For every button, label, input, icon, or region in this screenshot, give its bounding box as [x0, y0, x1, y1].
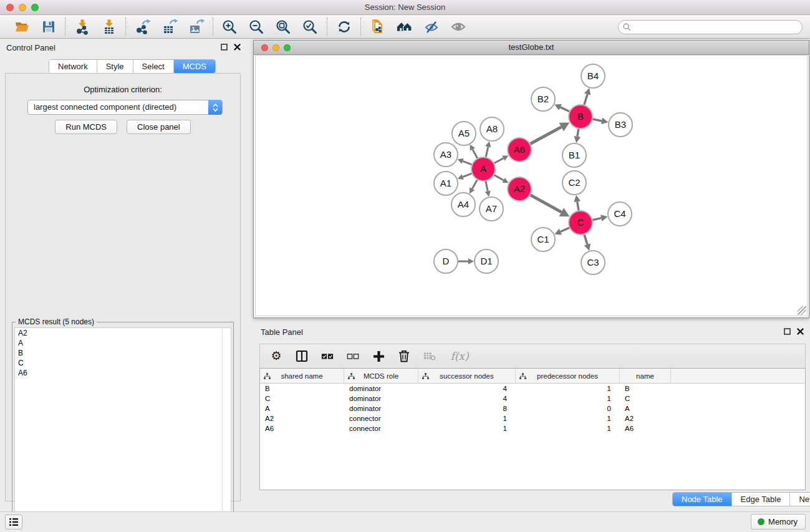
column-header-successor-nodes[interactable]: successor nodes: [418, 369, 516, 383]
table-row[interactable]: Adominator80A: [260, 404, 805, 414]
mcds-result-item[interactable]: A: [15, 338, 231, 348]
import-network-icon[interactable]: [74, 19, 90, 36]
table-cell: 1: [516, 384, 620, 394]
graph-node-A8[interactable]: A8: [480, 117, 504, 141]
graph-node-C3[interactable]: C3: [581, 251, 605, 274]
graph-node-A1[interactable]: A1: [434, 172, 458, 195]
show-column-icon[interactable]: [296, 349, 308, 363]
export-network-icon[interactable]: [134, 19, 151, 36]
column-header-name[interactable]: name: [620, 369, 671, 383]
graph-node-B[interactable]: B: [569, 105, 592, 128]
float-panel-icon[interactable]: [221, 44, 228, 51]
new-network-from-selection-icon[interactable]: [369, 19, 386, 36]
minimize-window-button[interactable]: [19, 4, 26, 11]
close-panel-icon[interactable]: [234, 44, 241, 51]
table-header-row: shared nameMCDS rolesuccessor nodesprede…: [260, 369, 805, 384]
graph-node-B4[interactable]: B4: [581, 64, 605, 88]
deselect-all-checkboxes-icon[interactable]: [347, 349, 359, 363]
graph-node-B1[interactable]: B1: [562, 143, 586, 167]
search-icon: [623, 23, 631, 31]
mcds-result-item[interactable]: C: [15, 358, 231, 368]
import-table-icon[interactable]: [100, 19, 117, 36]
control-panel-title: Control Panel: [6, 43, 55, 52]
table-body: Bdominator41BCdominator41CAdominator80AA…: [260, 384, 805, 433]
tab-style[interactable]: Style: [97, 60, 133, 73]
graph-node-C1[interactable]: C1: [531, 228, 555, 251]
run-mcds-button[interactable]: Run MCDS: [55, 120, 117, 134]
delete-table-icon[interactable]: [423, 349, 436, 363]
float-panel-icon[interactable]: [784, 328, 791, 335]
graph-node-C4[interactable]: C4: [608, 202, 632, 226]
graph-node-C[interactable]: C: [569, 211, 592, 235]
tab-mcds[interactable]: MCDS: [173, 60, 215, 73]
graph-arrowhead: [584, 243, 591, 251]
settings-gear-icon[interactable]: ⚙: [270, 349, 282, 363]
graph-node-B3[interactable]: B3: [609, 113, 632, 137]
add-column-icon[interactable]: [372, 349, 385, 363]
table-row[interactable]: A2connector11A2: [260, 414, 805, 423]
close-window-button[interactable]: [6, 4, 14, 11]
network-window-titlebar[interactable]: testGlobe.txt: [254, 41, 809, 55]
mcds-result-item[interactable]: A2: [15, 328, 231, 338]
zoom-selected-icon[interactable]: [302, 19, 319, 36]
column-header-shared-name[interactable]: shared name: [260, 369, 344, 383]
export-table-icon[interactable]: [161, 19, 178, 36]
open-session-icon[interactable]: [13, 19, 30, 36]
graph-node-A5[interactable]: A5: [452, 122, 476, 145]
select-all-checkboxes-icon[interactable]: [321, 349, 334, 363]
graph-node-A6[interactable]: A6: [508, 138, 531, 162]
table-row[interactable]: A6connector11A6: [260, 423, 805, 433]
network-close-button[interactable]: [261, 44, 268, 51]
tab-select[interactable]: Select: [133, 60, 173, 73]
dropdown-stepper-icon: [208, 100, 222, 115]
table-cell: A: [620, 404, 671, 414]
zoom-fit-icon[interactable]: [275, 19, 292, 36]
zoom-out-icon[interactable]: [248, 19, 265, 36]
graph-node-A2[interactable]: A2: [508, 177, 531, 201]
network-maximize-button[interactable]: [284, 44, 291, 51]
network-minimize-button[interactable]: [272, 44, 279, 51]
hide-selected-icon[interactable]: [423, 19, 440, 36]
function-builder-icon[interactable]: f(x): [449, 349, 470, 363]
scrollbar-track[interactable]: [222, 328, 223, 532]
criterion-dropdown[interactable]: largest connected component (directed): [27, 100, 223, 115]
search-input[interactable]: [618, 20, 803, 34]
resize-grip-icon[interactable]: [798, 306, 806, 315]
graph-node-A4[interactable]: A4: [451, 193, 475, 216]
graph-node-B2[interactable]: B2: [531, 87, 555, 111]
home-icon[interactable]: [396, 19, 413, 36]
zoom-in-icon[interactable]: [221, 19, 238, 36]
export-image-icon[interactable]: [188, 19, 205, 36]
network-canvas[interactable]: B4B2BB3A5A8A6A3B1AA1C2A2A4A7C4CC1C3DD1: [255, 55, 808, 316]
mcds-result-item[interactable]: A6: [15, 368, 231, 378]
tab-node-table[interactable]: Node Table: [673, 493, 731, 506]
graph-node-A[interactable]: A: [471, 157, 495, 181]
save-session-icon[interactable]: [40, 19, 57, 36]
graph-node-A3[interactable]: A3: [434, 143, 458, 167]
maximize-window-button[interactable]: [31, 4, 39, 11]
graph-node-A7[interactable]: A7: [480, 197, 503, 221]
table-row[interactable]: Cdominator41C: [260, 394, 805, 404]
table-cell: 1: [418, 414, 516, 423]
mcds-result-item[interactable]: B: [15, 348, 231, 358]
column-header-mcds-role[interactable]: MCDS role: [344, 369, 418, 383]
graph-node-D1[interactable]: D1: [475, 249, 498, 273]
graph-node-C2[interactable]: C2: [562, 171, 586, 195]
graph-edge-C-C3: [584, 234, 587, 244]
svg-text:A1: A1: [440, 178, 451, 188]
close-panel-icon[interactable]: [797, 328, 804, 335]
tab-network[interactable]: Network: [49, 60, 97, 73]
graph-edge-A-A1: [463, 173, 472, 177]
memory-button[interactable]: Memory: [751, 514, 806, 530]
svg-text:C: C: [577, 217, 584, 228]
refresh-icon[interactable]: [335, 19, 352, 36]
task-history-button[interactable]: [5, 515, 22, 530]
table-row[interactable]: Bdominator41B: [260, 384, 805, 394]
tab-network-table[interactable]: Network Table: [789, 493, 810, 506]
tab-edge-table[interactable]: Edge Table: [731, 493, 790, 506]
delete-column-icon[interactable]: [398, 349, 410, 363]
show-all-icon[interactable]: [450, 19, 466, 36]
close-panel-button[interactable]: Close panel: [127, 120, 191, 134]
column-header-predecessor-nodes[interactable]: predecessor nodes: [516, 369, 620, 383]
graph-node-D[interactable]: D: [434, 249, 458, 273]
